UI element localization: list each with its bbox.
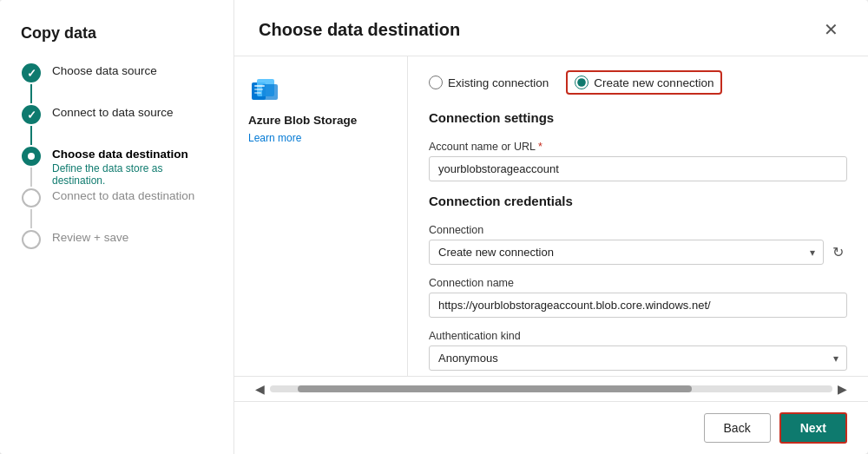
auth-kind-field-group: Authentication kind AnonymousAccount key… [429, 330, 847, 371]
main-panel: Choose data destination ✕ Azure [234, 0, 868, 454]
storage-panel: Azure Blob Storage Learn more [234, 56, 408, 376]
step-icon-connect-destination [22, 188, 41, 207]
learn-more-link[interactable]: Learn more [248, 132, 393, 144]
dialog: Copy data ✓ Choose data source ✓ [0, 0, 868, 454]
connection-name-field-group: Connection name [429, 277, 847, 318]
scroll-left-arrow[interactable]: ◀ [255, 382, 265, 396]
new-connection-radio[interactable] [575, 76, 589, 89]
steps-container: ✓ Choose data source ✓ Connect to dat [21, 63, 213, 249]
svg-rect-4 [254, 85, 265, 87]
existing-connection-radio[interactable] [429, 76, 443, 89]
connection-select[interactable]: Create new connection [429, 240, 824, 265]
connection-type-row: Existing connection Create new connectio… [429, 70, 847, 95]
scroll-thumb [298, 385, 692, 392]
connector-4 [30, 209, 32, 228]
step-icon-connect-source: ✓ [22, 105, 41, 124]
back-button[interactable]: Back [704, 413, 771, 443]
sidebar: Copy data ✓ Choose data source ✓ [0, 0, 234, 454]
new-connection-label: Create new connection [594, 76, 713, 89]
step-label-connect-source: Connect to data source [52, 106, 174, 119]
scroll-right-arrow[interactable]: ▶ [838, 382, 847, 396]
settings-section-title: Connection settings [429, 110, 847, 125]
step-icon-review-save [22, 230, 41, 249]
scrollbar-area: ◀ ▶ [234, 376, 868, 401]
step-sublabel-choose-destination: Define the data store as destination. [52, 162, 213, 187]
step-connect-destination: Connect to data destination [21, 188, 213, 230]
step-connect-source: ✓ Connect to data source [21, 105, 213, 147]
step-choose-source: ✓ Choose data source [21, 63, 213, 105]
step-label-choose-source: Choose data source [52, 64, 157, 77]
svg-rect-6 [254, 92, 261, 94]
close-button[interactable]: ✕ [819, 17, 844, 42]
account-input[interactable] [429, 156, 847, 181]
step-choose-destination: Choose data destination Define the data … [21, 147, 213, 188]
step-review-save: Review + save [21, 230, 213, 249]
azure-blob-icon [248, 74, 283, 109]
main-title: Choose data destination [259, 20, 460, 40]
step-label-review-save: Review + save [52, 231, 128, 244]
connection-field-group: Connection Create new connection ▾ ↻ [429, 224, 847, 265]
existing-connection-label: Existing connection [448, 76, 549, 89]
credentials-section-title: Connection credentials [429, 194, 847, 208]
step-icon-choose-destination [22, 147, 41, 166]
main-footer: Back Next [234, 401, 868, 454]
connection-name-label: Connection name [429, 277, 847, 289]
step-label-choose-destination: Choose data destination [52, 148, 213, 161]
sidebar-title: Copy data [21, 24, 213, 43]
svg-point-0 [28, 153, 35, 160]
new-connection-option[interactable]: Create new connection [566, 70, 722, 95]
connector-1 [30, 84, 32, 103]
auth-kind-label: Authentication kind [429, 330, 847, 342]
account-field-group: Account name or URL * [429, 141, 847, 181]
main-body: Azure Blob Storage Learn more Existing c… [234, 56, 868, 376]
next-button[interactable]: Next [779, 412, 847, 444]
connector-2 [30, 126, 32, 145]
svg-rect-5 [254, 89, 263, 90]
connection-field-label: Connection [429, 224, 847, 236]
main-header: Choose data destination ✕ [234, 0, 868, 56]
account-label: Account name or URL * [429, 141, 847, 153]
storage-name: Azure Blob Storage [248, 114, 393, 127]
existing-connection-option[interactable]: Existing connection [429, 76, 549, 89]
refresh-button[interactable]: ↻ [829, 240, 847, 264]
connection-name-input[interactable] [429, 293, 847, 318]
step-label-connect-destination: Connect to data destination [52, 189, 194, 202]
scroll-track[interactable] [270, 385, 832, 392]
settings-panel: Existing connection Create new connectio… [408, 56, 868, 376]
connector-3 [30, 168, 32, 187]
required-star: * [538, 141, 542, 153]
auth-kind-select[interactable]: AnonymousAccount keySAS URIService princ… [429, 345, 847, 371]
step-icon-choose-source: ✓ [22, 63, 41, 82]
